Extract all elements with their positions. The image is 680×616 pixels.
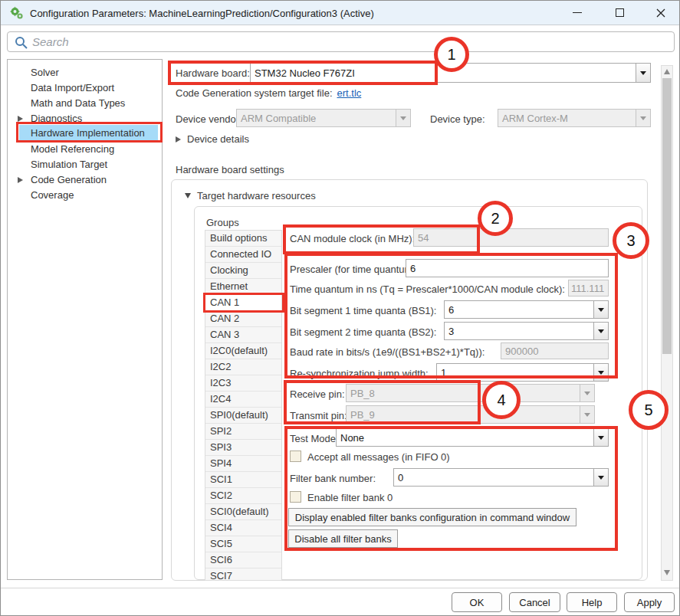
group-item-sci7[interactable]: SCI7 xyxy=(205,568,281,581)
group-item-build-options[interactable]: Build options xyxy=(205,231,281,247)
device-vendor-dropdown-button xyxy=(396,110,410,126)
filter-bank-dropdown-button[interactable] xyxy=(593,469,608,486)
search-icon xyxy=(15,36,28,49)
prescaler-field[interactable]: 6 xyxy=(406,259,609,277)
maximize-button[interactable] xyxy=(603,1,636,25)
scroll-down-button[interactable] xyxy=(664,570,671,577)
group-item-spi4[interactable]: SPI4 xyxy=(205,456,281,472)
device-type-value: ARM Cortex-M xyxy=(498,113,636,124)
device-type-dropdown-button xyxy=(636,110,650,126)
receive-pin-label: Receive pin: xyxy=(290,388,345,400)
hardware-board-combo[interactable]: STM32 Nucleo F767ZI xyxy=(250,63,651,83)
group-item-i2c2[interactable]: I2C2 xyxy=(205,359,281,375)
target-hardware-resources-expander[interactable]: Target hardware resources xyxy=(185,190,316,202)
maximize-icon xyxy=(616,8,624,17)
footer-divider xyxy=(1,588,679,588)
bs2-dropdown-button[interactable] xyxy=(593,323,608,339)
ert-tlc-link[interactable]: ert.tlc xyxy=(337,87,362,99)
group-item-can2[interactable]: CAN 2 xyxy=(205,311,281,327)
sidebar-item-diagnostics[interactable]: Diagnostics xyxy=(8,111,162,126)
group-item-sci6[interactable]: SCI6 xyxy=(205,552,281,568)
scroll-up-button[interactable] xyxy=(664,69,671,76)
apply-button[interactable]: Apply xyxy=(624,592,675,612)
sidebar-tree: Solver Data Import/Export Math and Data … xyxy=(7,59,163,580)
receive-pin-dropdown-button xyxy=(580,385,594,401)
group-item-spi3[interactable]: SPI3 xyxy=(205,440,281,456)
disable-filter-banks-button[interactable]: Disable all filter banks xyxy=(288,529,398,548)
configuration-parameters-window: Configuration Parameters: MachineLearnin… xyxy=(0,0,680,616)
chevron-down-icon xyxy=(584,392,590,395)
cancel-button[interactable]: Cancel xyxy=(509,592,560,612)
sidebar-item-coverage[interactable]: Coverage xyxy=(8,188,162,203)
sidebar-item-math-and-data-types[interactable]: Math and Data Types xyxy=(8,96,162,111)
hardware-board-dropdown-button[interactable] xyxy=(636,64,650,82)
group-item-connected-io[interactable]: Connected IO xyxy=(205,247,281,263)
resync-jump-dropdown-button[interactable] xyxy=(593,364,608,381)
ok-button[interactable]: OK xyxy=(452,592,502,612)
device-details-expander[interactable]: Device details xyxy=(176,133,249,145)
close-icon xyxy=(656,8,665,18)
enable-filter-bank-checkbox[interactable] xyxy=(290,491,301,503)
search-box xyxy=(7,31,675,52)
bs1-value: 6 xyxy=(445,304,593,316)
group-item-spi0[interactable]: SPI0(default) xyxy=(205,408,281,424)
group-item-can1[interactable]: CAN 1 xyxy=(205,295,281,311)
group-item-clocking[interactable]: Clocking xyxy=(205,263,281,279)
expand-arrow-icon xyxy=(18,177,23,183)
sidebar-item-hardware-implementation[interactable]: Hardware Implementation xyxy=(8,126,162,141)
scrollbar-thumb[interactable] xyxy=(662,78,672,354)
sidebar-item-solver[interactable]: Solver xyxy=(8,65,162,80)
display-filter-banks-button[interactable]: Display enabled filter banks configurati… xyxy=(288,508,577,526)
accept-all-messages-checkbox[interactable] xyxy=(290,451,301,462)
group-item-i2c3[interactable]: I2C3 xyxy=(205,375,281,392)
group-item-spi2[interactable]: SPI2 xyxy=(205,424,281,440)
bs1-combo[interactable]: 6 xyxy=(444,300,609,319)
chevron-down-icon xyxy=(598,436,604,440)
minimize-icon xyxy=(573,12,582,13)
chevron-down-icon xyxy=(664,570,670,575)
chevron-down-icon xyxy=(598,476,604,480)
group-item-sci0[interactable]: SCI0(default) xyxy=(205,504,281,520)
window-title: Configuration Parameters: MachineLearnin… xyxy=(30,8,374,19)
resync-jump-width-combo[interactable]: 1 xyxy=(436,363,609,382)
group-item-i2c0[interactable]: I2C0(default) xyxy=(205,343,281,359)
resync-jump-width-label: Re-synchronization jump width: xyxy=(290,368,429,379)
time-quantum-label: Time quantum in ns (Tq = Prescaler*1000/… xyxy=(290,283,565,295)
group-item-i2c4[interactable]: I2C4 xyxy=(205,392,281,408)
close-button[interactable] xyxy=(645,1,677,25)
target-hardware-resources-label: Target hardware resources xyxy=(197,190,316,202)
test-mode-combo[interactable]: None xyxy=(336,428,609,447)
device-vendor-combo: ARM Compatible xyxy=(236,109,411,127)
bs1-dropdown-button[interactable] xyxy=(593,301,608,318)
can-module-clock-field: 54 xyxy=(413,228,609,247)
group-item-sci1[interactable]: SCI1 xyxy=(205,472,281,488)
group-item-sci2[interactable]: SCI2 xyxy=(205,488,281,504)
chevron-down-icon xyxy=(598,371,604,375)
search-input[interactable] xyxy=(32,33,661,51)
filter-bank-number-combo[interactable]: 0 xyxy=(393,468,609,487)
time-quantum-field: 111.111 xyxy=(568,280,609,297)
group-item-ethernet[interactable]: Ethernet xyxy=(205,279,281,295)
group-item-sci5[interactable]: SCI5 xyxy=(205,536,281,552)
sidebar-item-simulation-target[interactable]: Simulation Target xyxy=(8,157,162,172)
help-button[interactable]: Help xyxy=(567,592,617,612)
test-mode-dropdown-button[interactable] xyxy=(593,429,608,446)
filter-bank-number-value: 0 xyxy=(394,472,593,483)
sidebar-item-data-import-export[interactable]: Data Import/Export xyxy=(8,80,162,96)
sidebar-item-code-generation[interactable]: Code Generation xyxy=(8,172,162,188)
collapse-arrow-icon xyxy=(185,193,191,198)
vertical-scrollbar[interactable] xyxy=(661,65,673,581)
expand-arrow-icon xyxy=(176,136,181,143)
hardware-board-label: Hardware board: xyxy=(176,67,250,79)
bs2-combo[interactable]: 3 xyxy=(444,322,609,340)
minimize-button[interactable] xyxy=(561,1,593,25)
group-item-sci4[interactable]: SCI4 xyxy=(205,520,281,536)
chevron-down-icon xyxy=(584,413,590,417)
chevron-up-icon xyxy=(664,69,670,74)
sidebar-item-model-referencing[interactable]: Model Referencing xyxy=(8,142,162,157)
device-details-label: Device details xyxy=(187,133,249,145)
group-item-can3[interactable]: CAN 3 xyxy=(205,327,281,343)
bs2-label: Bit segment 2 time quanta (BS2): xyxy=(290,326,436,338)
test-mode-value: None xyxy=(337,432,593,444)
target-file-row: Code Generation system target file: ert.… xyxy=(176,87,361,99)
